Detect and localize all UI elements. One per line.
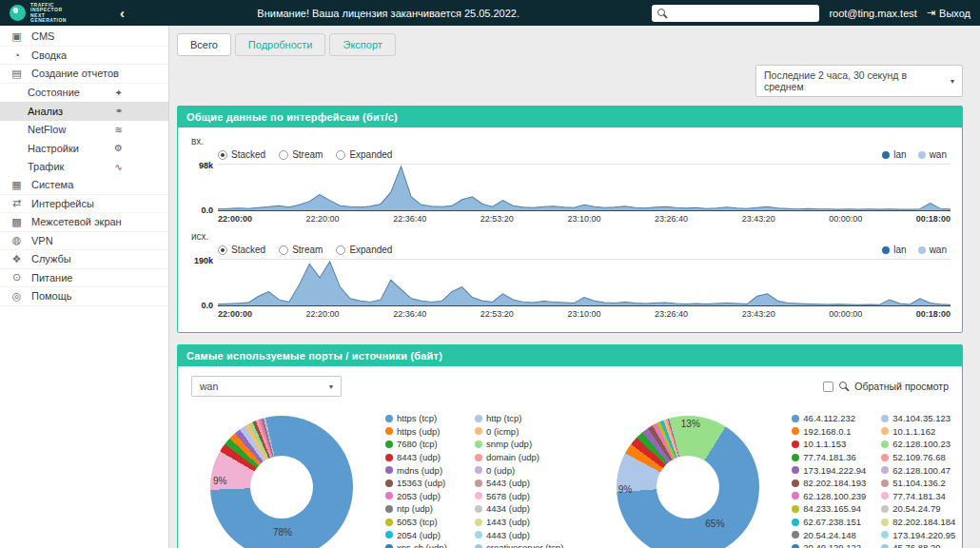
- legend-item[interactable]: 4443 (udp): [475, 528, 563, 541]
- legend-item[interactable]: 20.54.24.148: [792, 528, 872, 541]
- legend-item[interactable]: 52.109.76.68: [881, 451, 961, 464]
- legend-label: 20.54.24.79: [892, 503, 940, 514]
- sidebar-item-interfaces[interactable]: ⇄Интерфейсы: [0, 195, 168, 214]
- legend-label: wan: [930, 245, 947, 255]
- legend-item[interactable]: 1443 (udp): [475, 516, 563, 529]
- legend-item-lan[interactable]: lan: [882, 149, 906, 160]
- legend-item[interactable]: 5443 (udp): [475, 477, 563, 490]
- legend-item[interactable]: 8443 (udp): [385, 451, 465, 464]
- sidebar-item-status[interactable]: Состояние✦: [0, 84, 168, 103]
- legend-label: 45.76.88.20: [892, 542, 940, 548]
- legend-item[interactable]: 192.168.0.1: [792, 425, 872, 439]
- legend-dot: [881, 544, 889, 548]
- mode-radio-stacked[interactable]: Stacked: [218, 149, 265, 160]
- reverse-view-checkbox[interactable]: [823, 382, 833, 392]
- legend-item[interactable]: creativeserver (tcp): [475, 541, 563, 548]
- mode-label: Stacked: [231, 149, 265, 160]
- interface-select[interactable]: wan ▾: [191, 376, 342, 397]
- legend-item[interactable]: 10.1.1.162: [881, 425, 961, 439]
- legend-item[interactable]: 45.76.88.20: [881, 541, 961, 548]
- sidebar-item-traffic[interactable]: Трафик∿: [0, 158, 168, 177]
- legend-item[interactable]: 7680 (tcp): [385, 438, 465, 451]
- slice-percent-label: 9%: [618, 484, 632, 495]
- logout-button[interactable]: ⇥ Выход: [927, 7, 970, 19]
- mode-radio-expanded[interactable]: Expanded: [336, 245, 392, 255]
- legend-item-wan[interactable]: wan: [918, 149, 947, 160]
- legend-item[interactable]: 62.128.100.47: [881, 463, 961, 477]
- legend-item[interactable]: 82.202.184.184: [881, 516, 961, 529]
- tab-details[interactable]: Подробности: [235, 33, 326, 56]
- legend-dot: [475, 505, 482, 513]
- legend-item[interactable]: 34.104.35.123: [881, 412, 961, 425]
- legend-item[interactable]: 82.202.184.193: [792, 477, 872, 490]
- legend-item[interactable]: 10.1.1.153: [792, 438, 872, 451]
- legend-dot: [792, 415, 799, 422]
- legend-item[interactable]: 5053 (tcp): [385, 516, 465, 529]
- legend-item[interactable]: 77.74.181.34: [881, 490, 961, 503]
- ports-donut-chart[interactable]: 78%9%: [210, 416, 353, 548]
- user-account[interactable]: root@ting.max.test: [829, 8, 916, 19]
- mode-radio-stream[interactable]: Stream: [279, 149, 323, 160]
- legend-item[interactable]: 20.49.129.122: [792, 541, 872, 548]
- legend-label: 2054 (udp): [397, 530, 441, 540]
- legend-dot: [881, 480, 889, 487]
- legend-item[interactable]: 4434 (udp): [475, 502, 563, 516]
- mode-radio-expanded[interactable]: Expanded: [336, 149, 392, 160]
- legend-item[interactable]: snmp (udp): [475, 438, 563, 451]
- x-tick-label: 22:53:20: [480, 214, 514, 224]
- legend-item[interactable]: 51.104.136.2: [881, 477, 961, 490]
- sidebar-item-analysis[interactable]: Анализ⚭: [0, 102, 168, 121]
- search-input[interactable]: [672, 7, 813, 20]
- series-legend: lanwan: [882, 149, 947, 160]
- legend-item[interactable]: 0 (udp): [475, 463, 563, 477]
- sidebar-item-settings[interactable]: Настройки⚙: [0, 139, 168, 158]
- legend-item[interactable]: domain (udp): [475, 451, 563, 464]
- legend-item[interactable]: 173.194.222.94: [792, 463, 872, 477]
- legend-item-wan[interactable]: wan: [918, 245, 947, 255]
- legend-item[interactable]: 84.233.165.94: [792, 502, 872, 516]
- legend-item[interactable]: https (udp): [385, 425, 465, 439]
- mode-radio-stacked[interactable]: Stacked: [218, 245, 265, 255]
- sidebar-item-vpn[interactable]: ◍VPN: [0, 232, 168, 251]
- legend-item[interactable]: 62.128.100.23: [881, 438, 961, 451]
- sources-donut-chart[interactable]: 65%13%9%: [617, 416, 759, 548]
- legend-item[interactable]: 77.74.181.36: [792, 451, 872, 464]
- legend-item[interactable]: mdns (udp): [385, 463, 465, 477]
- legend-dot: [475, 531, 482, 538]
- legend-item[interactable]: 20.54.24.79: [881, 502, 961, 516]
- legend-item-lan[interactable]: lan: [882, 245, 906, 255]
- sidebar-item-cms[interactable]: ▣CMS: [0, 28, 168, 47]
- sidebar-item-reporting[interactable]: ▤Создание отчетов: [0, 65, 168, 84]
- reverse-view-toggle[interactable]: Обратный просмотр: [823, 381, 949, 392]
- legend-label: 77.74.181.34: [892, 491, 945, 501]
- legend-item[interactable]: 46.4.112.232: [792, 412, 872, 425]
- legend-item[interactable]: 2053 (udp): [385, 490, 465, 503]
- legend-item[interactable]: 62.67.238.151: [792, 516, 872, 529]
- sidebar-item-help[interactable]: ◎Помощь: [0, 287, 168, 306]
- legend-item[interactable]: 62.128.100.239: [792, 490, 872, 503]
- legend-item[interactable]: http (tcp): [475, 412, 563, 425]
- legend-column: http (tcp)0 (icmp)snmp (udp)domain (udp)…: [475, 412, 563, 548]
- sidebar-item-power[interactable]: ⊙Питание: [0, 269, 168, 288]
- legend-item[interactable]: xns-ch (udp): [385, 541, 465, 548]
- tab-total[interactable]: Всего: [177, 33, 231, 56]
- legend-column: 46.4.112.232192.168.0.110.1.1.15377.74.1…: [792, 412, 872, 548]
- legend-item[interactable]: 0 (icmp): [475, 425, 563, 439]
- legend-item[interactable]: 15363 (udp): [385, 477, 465, 490]
- search-box[interactable]: [652, 5, 819, 22]
- sidebar-item-summary[interactable]: ◔Сводка: [0, 47, 168, 66]
- legend-item[interactable]: 173.194.220.95: [881, 528, 961, 541]
- legend-item[interactable]: 5678 (udp): [475, 490, 563, 503]
- sidebar-item-system[interactable]: ▦Система: [0, 176, 168, 195]
- mode-radio-stream[interactable]: Stream: [279, 245, 323, 255]
- x-tick-label: 22:20:00: [306, 214, 340, 224]
- legend-item[interactable]: https (tcp): [385, 412, 465, 425]
- sidebar-item-netflow[interactable]: NetFlow≋: [0, 121, 168, 140]
- sidebar-item-services[interactable]: ❖Службы: [0, 250, 168, 269]
- sidebar-collapse-chevron-icon[interactable]: ‹: [120, 5, 125, 21]
- legend-item[interactable]: ntp (udp): [385, 502, 465, 516]
- tab-export[interactable]: Экспорт: [329, 33, 395, 56]
- period-select[interactable]: Последние 2 часа, 30 секунд в среднем ▾: [755, 65, 963, 97]
- legend-item[interactable]: 2054 (udp): [385, 528, 465, 541]
- sidebar-item-firewall[interactable]: ▩Межсетевой экран: [0, 213, 168, 232]
